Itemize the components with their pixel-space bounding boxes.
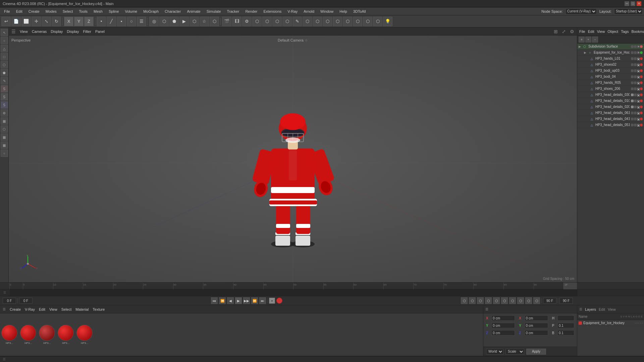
tb-icon4[interactable]: ▶ xyxy=(179,17,189,26)
menu-edit[interactable]: Edit xyxy=(13,9,25,14)
tb-move[interactable]: ✛ xyxy=(32,17,41,26)
material-item-1[interactable]: HP3... xyxy=(1,325,17,345)
tool-pen[interactable]: ✎ xyxy=(1,77,8,84)
timeline-ruler[interactable]: 0 5 10 15 20 25 30 35 40 45 50 55 60 65 … xyxy=(9,283,577,289)
tb-render-all[interactable]: 🎞 xyxy=(232,17,241,26)
transport-go-start[interactable]: ⏮ xyxy=(211,297,218,304)
tb-points[interactable]: • xyxy=(97,17,106,26)
menu-extensions[interactable]: Extensions xyxy=(261,9,284,14)
lock10[interactable] xyxy=(634,112,637,114)
hierarchy-item-head-0610[interactable]: △ HP3_head_details_0610 ✕ xyxy=(577,110,644,116)
viewport-layout-icon[interactable]: ⊞ xyxy=(554,29,558,34)
del-dot-eq[interactable]: ✕ xyxy=(637,51,640,54)
hierarchy-item-head-0411[interactable]: △ HP3_head_details_0411 ✕ xyxy=(577,116,644,122)
vis9[interactable] xyxy=(631,106,634,108)
tb-icon18[interactable]: ⬡ xyxy=(353,17,362,26)
tool-circle[interactable]: ○ xyxy=(1,37,8,44)
vis6[interactable] xyxy=(631,87,634,90)
attr-hamburger[interactable]: ☰ xyxy=(485,307,488,311)
tab-edit[interactable]: Edit xyxy=(588,29,594,34)
timeline-track-area[interactable] xyxy=(9,289,577,296)
x2[interactable]: ✕ xyxy=(637,63,640,66)
x10[interactable]: ✕ xyxy=(637,112,640,114)
tb-render-settings[interactable]: ⚙ xyxy=(242,17,252,26)
menu-vray[interactable]: V-Ray xyxy=(285,9,300,14)
minimize-button[interactable]: ─ xyxy=(625,1,629,6)
tab-tags[interactable]: Tags xyxy=(621,29,629,34)
tb-icon20[interactable]: ⬡ xyxy=(373,17,382,26)
menu-window[interactable]: Window xyxy=(318,9,336,14)
tb-render[interactable]: 🎬 xyxy=(222,17,231,26)
vis10[interactable] xyxy=(631,112,634,114)
z-pos-input[interactable] xyxy=(491,330,515,336)
col6[interactable] xyxy=(640,87,643,90)
menu-tracker[interactable]: Tracker xyxy=(224,9,242,14)
tb-icon9[interactable]: ⬡ xyxy=(262,17,272,26)
material-item-3[interactable]: HP3... xyxy=(39,325,55,345)
tool-layers2[interactable]: ▦ xyxy=(1,133,8,141)
tb-icon6[interactable]: ☆ xyxy=(200,17,209,26)
mat-tab-edit[interactable]: Edit xyxy=(39,307,45,311)
vis2[interactable] xyxy=(631,63,634,66)
menu-modes[interactable]: Modes xyxy=(43,9,59,14)
menu-tools[interactable]: Tools xyxy=(76,9,90,14)
hierarchy-item-hands-r05[interactable]: △ HP3_hands_R05 ✕ xyxy=(577,80,644,86)
vis8[interactable] xyxy=(631,100,634,102)
tb-icon8[interactable]: ⬡ xyxy=(252,17,262,26)
close-button[interactable]: ✕ xyxy=(637,1,641,6)
menu-render[interactable]: Render xyxy=(243,9,260,14)
color-dot-eq[interactable] xyxy=(640,51,643,54)
viewport-tab-display2[interactable]: Display xyxy=(67,29,79,34)
x3[interactable]: ✕ xyxy=(637,69,640,72)
transport-prev-frame[interactable]: ⏪ xyxy=(219,297,226,304)
tb-icon12[interactable]: ✎ xyxy=(292,17,302,26)
tool-s2[interactable]: S xyxy=(1,93,8,101)
hierarchy-item-equipment[interactable]: ▶ ○ Equipment_for_Ice_Hockey ✕ xyxy=(577,50,644,56)
viewport-tab-view[interactable]: View xyxy=(20,29,28,34)
b-input[interactable] xyxy=(557,330,574,336)
viewport-tab-cameras[interactable]: Cameras xyxy=(32,29,47,34)
tb-icon5[interactable]: ⬡ xyxy=(190,17,199,26)
tb-texture[interactable]: ☰ xyxy=(137,17,146,26)
vis11[interactable] xyxy=(631,118,634,120)
x5[interactable]: ✕ xyxy=(637,81,640,84)
viewport-tab-display[interactable]: Display xyxy=(51,29,63,34)
col10[interactable] xyxy=(640,112,643,114)
mat-hamburger[interactable]: ☰ xyxy=(3,307,6,311)
transport-play[interactable]: ▶ xyxy=(235,297,242,304)
tool-hex[interactable]: ⬡ xyxy=(1,61,8,68)
tb-icon13[interactable]: ⬡ xyxy=(303,17,312,26)
tb-object[interactable]: ○ xyxy=(127,17,136,26)
x-pos-input[interactable] xyxy=(491,315,515,321)
tb-icon1[interactable]: ◎ xyxy=(149,17,159,26)
transport-btn-r6[interactable]: ⬡ xyxy=(501,297,508,304)
lock-dot[interactable] xyxy=(634,45,637,48)
transport-btn-r5[interactable]: ⬡ xyxy=(493,297,500,304)
tb-icon7[interactable]: ⬡ xyxy=(210,17,219,26)
tool-s3[interactable]: S xyxy=(1,101,8,109)
col11[interactable] xyxy=(640,118,643,120)
lock11[interactable] xyxy=(634,118,637,120)
vis-dot-eq[interactable] xyxy=(631,51,634,54)
transport-key-btn[interactable]: ● xyxy=(269,298,275,304)
lock4[interactable] xyxy=(634,75,637,78)
y-pos-input[interactable] xyxy=(491,323,515,328)
x12[interactable]: ✕ xyxy=(637,124,640,126)
frame-start-input[interactable] xyxy=(3,298,16,304)
x7[interactable]: ✕ xyxy=(637,94,640,96)
color-dot[interactable] xyxy=(640,45,643,48)
vis7[interactable] xyxy=(631,94,634,96)
viewport-expand-icon[interactable]: ⤢ xyxy=(562,29,566,34)
frame-current-input[interactable] xyxy=(19,298,33,304)
hierarchy-item-head-0512[interactable]: △ HP3_head_details_0512 ✕ xyxy=(577,122,644,128)
col9[interactable] xyxy=(640,106,643,108)
lock9[interactable] xyxy=(634,106,637,108)
tb-rotate[interactable]: ↻ xyxy=(52,17,61,26)
material-item-5[interactable]: HP3... xyxy=(76,325,93,345)
vis12[interactable] xyxy=(631,124,634,126)
tab-object[interactable]: Object xyxy=(607,29,618,34)
hierarchy-item-head-0307[interactable]: △ HP3_head_details_0307 ✕ xyxy=(577,92,644,98)
vis-dot[interactable] xyxy=(631,45,634,48)
x4[interactable]: ✕ xyxy=(637,75,640,78)
menu-arnold[interactable]: Arnold xyxy=(301,9,317,14)
